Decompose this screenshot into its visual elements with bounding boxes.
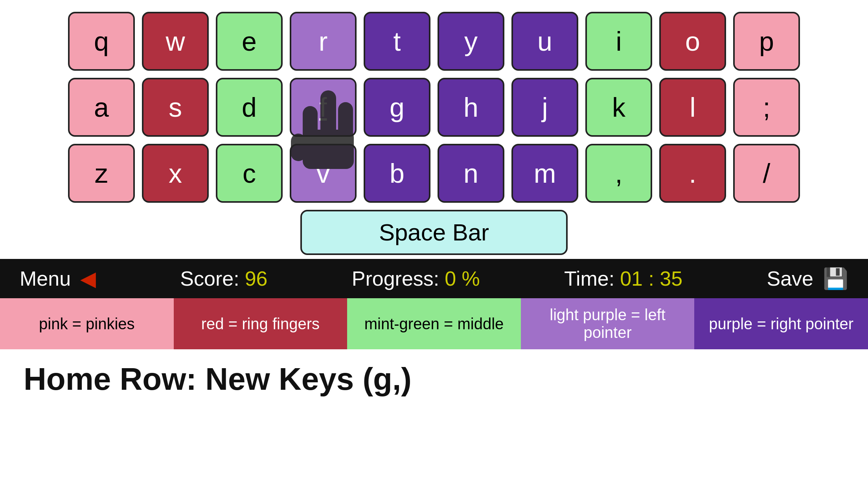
key-b[interactable]: b	[364, 144, 430, 203]
key-k[interactable]: k	[585, 78, 652, 137]
key-comma[interactable]: ,	[585, 144, 652, 203]
key-period[interactable]: .	[659, 144, 726, 203]
legend-mint: mint-green = middle	[347, 298, 521, 349]
space-bar[interactable]: Space Bar	[300, 210, 568, 255]
key-d[interactable]: d	[216, 78, 283, 137]
score-item: Score: 96	[180, 267, 267, 290]
time-value: 01 : 35	[620, 267, 682, 290]
key-r[interactable]: r	[290, 12, 357, 71]
key-q[interactable]: q	[68, 12, 135, 71]
bottom-title: Home Row: New Keys (g,)	[0, 349, 868, 397]
save-label[interactable]: Save	[767, 267, 813, 290]
menu-label[interactable]: Menu	[20, 267, 71, 290]
key-j[interactable]: j	[511, 78, 578, 137]
key-s[interactable]: s	[142, 78, 209, 137]
key-t[interactable]: t	[364, 12, 430, 71]
legend-purple: purple = right pointer	[694, 298, 868, 349]
legend-pink: pink = pinkies	[0, 298, 174, 349]
key-h[interactable]: h	[438, 78, 504, 137]
key-g[interactable]: g	[364, 78, 430, 137]
key-u[interactable]: u	[511, 12, 578, 71]
progress-value: 0 %	[445, 267, 480, 290]
key-f[interactable]: f	[290, 78, 357, 137]
back-arrow-icon[interactable]: ◀	[80, 267, 96, 290]
key-e[interactable]: e	[216, 12, 283, 71]
legend-light-purple: light purple = left pointer	[521, 298, 695, 349]
legend-red: red = ring fingers	[174, 298, 348, 349]
key-c[interactable]: c	[216, 144, 283, 203]
keyboard-area: q w e r t y u i o p a s d f g h j k l ; …	[0, 0, 868, 259]
key-a[interactable]: a	[68, 78, 135, 137]
key-semicolon[interactable]: ;	[733, 78, 800, 137]
keyboard-row-1: q w e r t y u i o p	[16, 12, 852, 71]
key-z[interactable]: z	[68, 144, 135, 203]
key-m[interactable]: m	[511, 144, 578, 203]
keyboard-row-3: z x c v b n m , . /	[16, 144, 852, 203]
key-slash[interactable]: /	[733, 144, 800, 203]
status-bar: Menu ◀ Score: 96 Progress: 0 % Time: 01 …	[0, 259, 868, 298]
key-v[interactable]: v	[290, 144, 357, 203]
keyboard-row-2: a s d f g h j k l ;	[16, 78, 852, 137]
progress-label: Progress:	[352, 267, 440, 290]
score-label: Score:	[180, 267, 239, 290]
menu-item[interactable]: Menu ◀	[20, 267, 96, 290]
legend-bar: pink = pinkies red = ring fingers mint-g…	[0, 298, 868, 349]
key-n[interactable]: n	[438, 144, 504, 203]
save-icon[interactable]: 💾	[823, 267, 848, 291]
key-i[interactable]: i	[585, 12, 652, 71]
key-w[interactable]: w	[142, 12, 209, 71]
key-p[interactable]: p	[733, 12, 800, 71]
score-value: 96	[245, 267, 268, 290]
key-l[interactable]: l	[659, 78, 726, 137]
key-x[interactable]: x	[142, 144, 209, 203]
progress-item: Progress: 0 %	[352, 267, 480, 290]
time-item: Time: 01 : 35	[564, 267, 682, 290]
time-label: Time:	[564, 267, 614, 290]
save-item[interactable]: Save 💾	[767, 267, 848, 291]
key-o[interactable]: o	[659, 12, 726, 71]
space-bar-container: Space Bar	[16, 210, 852, 255]
key-y[interactable]: y	[438, 12, 504, 71]
